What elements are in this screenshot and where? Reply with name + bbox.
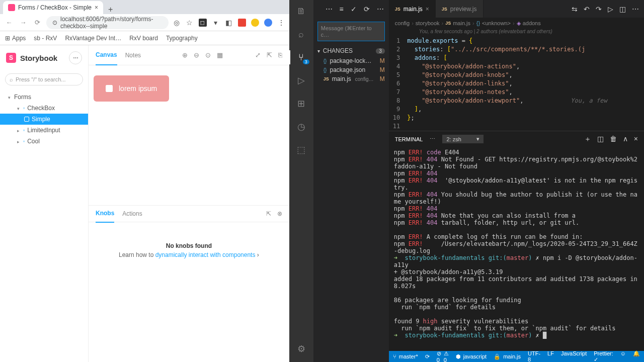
- remote-icon[interactable]: ◷: [295, 121, 307, 133]
- zoom-in-icon[interactable]: ⊕: [182, 51, 188, 59]
- terminal-selector[interactable]: 2: zsh▾: [442, 135, 483, 143]
- code-content[interactable]: module.exports = { stories: ["../../src/…: [407, 37, 607, 131]
- back-icon[interactable]: ↶: [584, 5, 590, 13]
- tab-knobs[interactable]: Knobs: [96, 205, 114, 223]
- forward-icon[interactable]: ↷: [596, 5, 602, 13]
- checkbox-input[interactable]: [106, 85, 113, 92]
- extension-icon[interactable]: [238, 19, 246, 27]
- js-icon: JS: [324, 76, 329, 81]
- extension-icon[interactable]: [251, 19, 259, 27]
- tree-view-icon[interactable]: ≡: [340, 5, 344, 13]
- avatar-icon[interactable]: [264, 19, 272, 27]
- extension-icon[interactable]: ◧: [225, 19, 233, 27]
- chevron-down-icon: ▾: [476, 136, 479, 142]
- changed-file[interactable]: JSmain.jsconfig…M: [313, 74, 389, 83]
- terminal-tab[interactable]: TERMINAL: [395, 136, 423, 142]
- copy-icon[interactable]: ⎘: [278, 51, 282, 59]
- search-icon[interactable]: ⌕: [295, 28, 307, 40]
- maximize-icon[interactable]: ∧: [623, 135, 628, 144]
- changes-section[interactable]: ▾ CHANGES 3: [313, 45, 389, 56]
- browser-tab[interactable]: Forms / CheckBox - Simple ×: [3, 1, 103, 14]
- language-status[interactable]: ⬢javascript: [456, 353, 487, 360]
- docker-icon[interactable]: ⬚: [295, 144, 307, 156]
- file-status[interactable]: 🔒main.js: [494, 353, 521, 360]
- compare-icon[interactable]: ⇆: [572, 5, 578, 13]
- prettier-status[interactable]: Prettier: ✓: [594, 350, 613, 363]
- tree-story-simple[interactable]: Simple: [0, 114, 88, 125]
- encoding-status[interactable]: UTF-8: [528, 350, 540, 363]
- checkbox-component[interactable]: lorem ipsum: [94, 75, 169, 102]
- zoom-out-icon[interactable]: ⊖: [194, 51, 199, 59]
- open-icon[interactable]: ⇱: [267, 51, 272, 59]
- more-icon[interactable]: ⋯: [430, 136, 435, 142]
- reload-button[interactable]: ⟳: [32, 19, 42, 26]
- tree-component-checkbox[interactable]: ▫CheckBox: [0, 103, 88, 114]
- knobs-doc-link[interactable]: dynamically interact with components: [155, 251, 256, 258]
- back-button[interactable]: ←: [4, 19, 14, 26]
- refresh-icon[interactable]: ⟳: [364, 5, 370, 13]
- close-panel-icon[interactable]: ×: [634, 135, 638, 144]
- tree-folder-forms[interactable]: Forms: [0, 92, 88, 103]
- split-icon[interactable]: ◫: [619, 5, 626, 13]
- notifications-icon[interactable]: 🔔: [633, 350, 640, 363]
- extension-icon[interactable]: ▾: [212, 19, 220, 27]
- canvas-preview: lorem ipsum: [89, 65, 289, 205]
- code-editor[interactable]: 1234567891011 module.exports = { stories…: [389, 37, 644, 131]
- panel-close-icon[interactable]: ⊗: [277, 210, 282, 217]
- star-icon[interactable]: ☆: [186, 19, 194, 27]
- eol-status[interactable]: LF: [547, 350, 554, 363]
- debug-icon[interactable]: ▷: [295, 74, 307, 86]
- tab-canvas[interactable]: Canvas: [96, 45, 117, 65]
- bookmark-item[interactable]: RxVantage Dev Int…: [65, 35, 121, 42]
- kill-terminal-icon[interactable]: 🗑: [610, 135, 617, 144]
- forward-button[interactable]: →: [18, 19, 28, 26]
- bookmark-item[interactable]: sb - RxV: [34, 35, 57, 42]
- search-input[interactable]: ⌕ Press "/" to search...: [5, 73, 83, 85]
- bookmark-item[interactable]: RxV board: [129, 35, 158, 42]
- feedback-icon[interactable]: ☺: [620, 350, 626, 363]
- new-terminal-icon[interactable]: ＋: [584, 135, 591, 144]
- editor-tab-preview[interactable]: JSpreview.js: [436, 0, 484, 18]
- problems-status[interactable]: ⊘ 0⚠ 0: [437, 350, 449, 363]
- source-control-panel: ⋯ ≡ ✓ ⟳ ⋯ Message (⌘Enter to c… ▾ CHANGE…: [313, 0, 389, 362]
- fullscreen-icon[interactable]: ⤢: [255, 51, 261, 59]
- more-icon[interactable]: ⋯: [377, 5, 384, 13]
- bookmark-item[interactable]: Typography: [166, 35, 198, 42]
- site-info-icon[interactable]: ⊙: [52, 19, 57, 26]
- grid-icon[interactable]: ▦: [217, 51, 223, 59]
- close-tab-icon[interactable]: ×: [95, 4, 98, 11]
- url-bar[interactable]: ⊙ localhost:6006/?path=/story/forms-chec…: [46, 16, 169, 29]
- new-tab-button[interactable]: +: [103, 5, 118, 14]
- changed-file[interactable]: {}package-lock…M: [313, 56, 389, 65]
- changed-file[interactable]: {}package.jsonM: [313, 65, 389, 74]
- zoom-reset-icon[interactable]: ⊙: [205, 51, 211, 59]
- storybook-logo[interactable]: S Storybook ···: [0, 45, 88, 70]
- language-mode[interactable]: JavaScript: [561, 350, 587, 363]
- tree-component-limitedinput[interactable]: ▫LimitedInput: [0, 125, 88, 136]
- menu-button[interactable]: ···: [69, 51, 82, 64]
- apps-button[interactable]: ⊞Apps: [5, 35, 26, 42]
- close-icon[interactable]: ×: [426, 6, 429, 13]
- source-control-icon[interactable]: ⑂3: [295, 51, 307, 63]
- run-icon[interactable]: ▷: [608, 5, 613, 13]
- panel-eject-icon[interactable]: ⇱: [266, 210, 271, 217]
- terminal[interactable]: npm ERR! code E404 npm ERR! 404 Not Foun…: [389, 147, 644, 351]
- split-terminal-icon[interactable]: ◫: [597, 135, 604, 144]
- extensions-icon[interactable]: ⊞: [295, 98, 307, 110]
- commit-message-input[interactable]: Message (⌘Enter to c…: [317, 22, 385, 41]
- settings-icon[interactable]: ⚙: [295, 343, 307, 355]
- commit-icon[interactable]: ✓: [351, 5, 357, 13]
- scm-menu-icon[interactable]: ⋯: [326, 5, 333, 13]
- extension-icon[interactable]: ⬚: [199, 19, 207, 27]
- tab-notes[interactable]: Notes: [125, 46, 141, 65]
- tab-actions[interactable]: Actions: [122, 205, 142, 222]
- menu-icon[interactable]: ⋮: [277, 19, 285, 27]
- editor-tab-main[interactable]: JSmain.js×: [389, 0, 436, 18]
- breadcrumb[interactable]: config› storybook› JSmain.js› {}<unknown…: [389, 18, 644, 29]
- more-icon[interactable]: ⋯: [632, 5, 639, 13]
- sync-status[interactable]: ⟳: [425, 353, 430, 360]
- lens-icon[interactable]: ◎: [173, 19, 181, 27]
- git-branch-status[interactable]: ⑂master*: [393, 353, 418, 359]
- explorer-icon[interactable]: 🗎: [295, 5, 307, 17]
- tree-component-cool[interactable]: ▫Cool: [0, 136, 88, 147]
